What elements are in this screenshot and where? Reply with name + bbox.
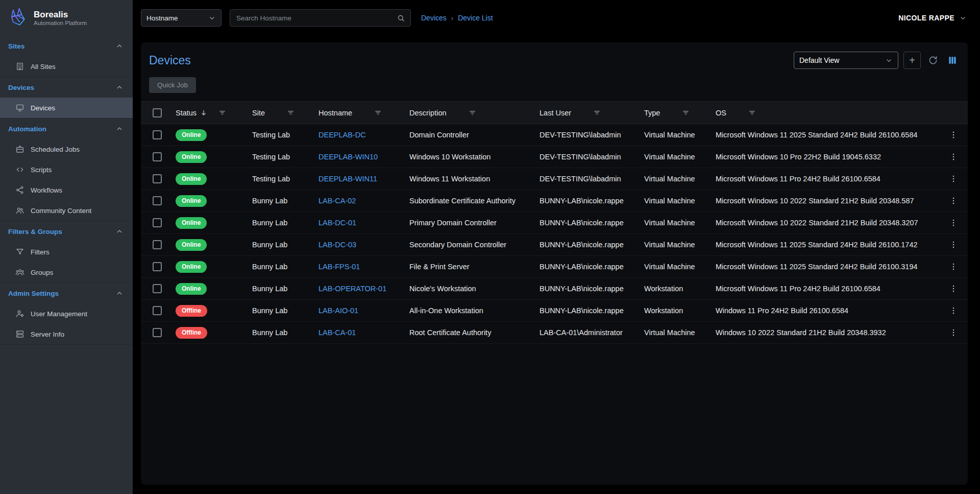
os-cell: Microsoft Windows 10 Pro 22H2 Build 1904… bbox=[714, 153, 939, 161]
filter-icon[interactable] bbox=[593, 108, 601, 117]
sort-desc-icon[interactable] bbox=[200, 109, 208, 117]
sidebar-item-filters[interactable]: Filters bbox=[0, 242, 133, 262]
status-badge: Online bbox=[176, 173, 207, 185]
column-header-last-user[interactable]: Last User bbox=[537, 108, 642, 117]
table-row[interactable]: Online Bunny Lab LAB-DC-01 Primary Domai… bbox=[141, 212, 968, 234]
kebab-icon bbox=[949, 130, 958, 139]
table-row[interactable]: Offline Bunny Lab LAB-CA-01 Root Certifi… bbox=[141, 322, 968, 344]
column-header-site[interactable]: Site bbox=[250, 108, 316, 117]
row-checkbox[interactable] bbox=[153, 240, 162, 249]
breadcrumb-device-list[interactable]: Device List bbox=[458, 14, 493, 22]
row-checkbox[interactable] bbox=[153, 130, 162, 139]
column-header-os[interactable]: OS bbox=[714, 108, 939, 117]
table-row[interactable]: Online Testing Lab DEEPLAB-DC Domain Con… bbox=[141, 124, 968, 146]
filter-icon[interactable] bbox=[286, 108, 295, 117]
hostname-link[interactable]: LAB-DC-03 bbox=[318, 241, 356, 249]
table-row[interactable]: Online Bunny Lab LAB-OPERATOR-01 Nicole'… bbox=[141, 278, 968, 300]
columns-button[interactable] bbox=[945, 53, 960, 67]
search-field-select[interactable]: Hostname bbox=[141, 9, 222, 27]
sidebar-section-automation[interactable]: Automation bbox=[0, 119, 133, 139]
sidebar-section-admin-settings[interactable]: Admin Settings bbox=[0, 283, 133, 303]
refresh-button[interactable] bbox=[926, 53, 940, 67]
hostname-link[interactable]: LAB-OPERATOR-01 bbox=[318, 285, 386, 293]
chevron-up-icon bbox=[115, 125, 124, 133]
search-icon[interactable] bbox=[397, 14, 405, 22]
sidebar-item-scheduled-jobs[interactable]: Scheduled Jobs bbox=[0, 139, 133, 159]
table-row[interactable]: Online Bunny Lab LAB-FPS-01 File & Print… bbox=[141, 256, 968, 278]
row-menu-button[interactable] bbox=[947, 238, 960, 251]
user-menu[interactable]: NICOLE RAPPE bbox=[898, 14, 967, 22]
sidebar-item-label: Groups bbox=[31, 269, 53, 276]
columns-icon bbox=[947, 55, 958, 65]
table-row[interactable]: Online Testing Lab DEEPLAB-WIN11 Windows… bbox=[141, 168, 968, 190]
row-menu-button[interactable] bbox=[947, 128, 960, 142]
row-menu-button[interactable] bbox=[947, 282, 960, 295]
sidebar-item-scripts[interactable]: Scripts bbox=[0, 159, 133, 180]
section-items: Scheduled Jobs Scripts Workflows Communi… bbox=[0, 139, 133, 221]
filter-icon[interactable] bbox=[218, 108, 227, 117]
hostname-link[interactable]: DEEPLAB-WIN10 bbox=[318, 153, 378, 161]
select-all-checkbox[interactable] bbox=[153, 108, 162, 117]
column-header-type[interactable]: Type bbox=[642, 108, 714, 117]
table-row[interactable]: Online Bunny Lab LAB-DC-03 Secondary Dom… bbox=[141, 234, 968, 256]
breadcrumb-devices[interactable]: Devices bbox=[421, 14, 447, 22]
row-menu-button[interactable] bbox=[947, 326, 960, 339]
brand[interactable]: Borealis Automation Platform bbox=[0, 0, 133, 36]
sidebar-item-all-sites[interactable]: All Sites bbox=[0, 56, 133, 77]
table-row[interactable]: Offline Bunny Lab LAB-AIO-01 All-in-One … bbox=[141, 300, 968, 322]
row-menu-button[interactable] bbox=[947, 194, 960, 207]
row-menu-button[interactable] bbox=[947, 304, 960, 317]
row-menu-button[interactable] bbox=[947, 260, 960, 273]
row-menu-button[interactable] bbox=[947, 150, 960, 163]
column-header-hostname[interactable]: Hostname bbox=[316, 108, 407, 117]
sidebar-item-user-management[interactable]: User Management bbox=[0, 303, 133, 324]
sidebar-item-label: Community Content bbox=[31, 207, 91, 215]
column-header-description[interactable]: Description bbox=[407, 108, 537, 117]
sidebar-section-sites[interactable]: Sites bbox=[0, 36, 133, 56]
row-menu-button[interactable] bbox=[947, 172, 960, 185]
hostname-link[interactable]: DEEPLAB-DC bbox=[318, 131, 366, 139]
quick-job-button[interactable]: Quick Job bbox=[149, 77, 196, 93]
section-label: Filters & Groups bbox=[8, 228, 62, 236]
row-checkbox[interactable] bbox=[153, 174, 162, 183]
sidebar-section-devices[interactable]: Devices bbox=[0, 77, 133, 98]
table-row[interactable]: Online Testing Lab DEEPLAB-WIN10 Windows… bbox=[141, 146, 968, 168]
hostname-link[interactable]: LAB-FPS-01 bbox=[318, 263, 360, 271]
sidebar-item-workflows[interactable]: Workflows bbox=[0, 180, 133, 200]
row-checkbox[interactable] bbox=[153, 152, 162, 161]
view-select[interactable]: Default View bbox=[794, 52, 898, 69]
hostname-link[interactable]: DEEPLAB-WIN11 bbox=[318, 175, 377, 183]
filter-icon[interactable] bbox=[374, 108, 382, 117]
column-header-status[interactable]: Status bbox=[174, 108, 250, 117]
row-checkbox[interactable] bbox=[153, 262, 162, 271]
filter-icon[interactable] bbox=[681, 108, 690, 117]
type-cell: Virtual Machine bbox=[642, 328, 714, 337]
hostname-link[interactable]: LAB-AIO-01 bbox=[318, 307, 358, 315]
filter-icon[interactable] bbox=[748, 108, 756, 117]
hostname-link[interactable]: LAB-CA-01 bbox=[318, 328, 356, 337]
sidebar-item-server-info[interactable]: Server Info bbox=[0, 324, 133, 344]
sidebar-item-devices[interactable]: Devices bbox=[0, 98, 133, 118]
sidebar-section-filters-groups[interactable]: Filters & Groups bbox=[0, 221, 133, 242]
filter-icon bbox=[15, 247, 24, 256]
hostname-link[interactable]: LAB-CA-02 bbox=[318, 197, 356, 205]
row-checkbox[interactable] bbox=[153, 306, 162, 315]
filter-icon[interactable] bbox=[468, 108, 477, 117]
table-row[interactable]: Online Bunny Lab LAB-CA-02 Subordinate C… bbox=[141, 190, 968, 212]
add-view-button[interactable]: + bbox=[903, 52, 921, 69]
sidebar-item-label: Workflows bbox=[31, 186, 62, 194]
search-input[interactable] bbox=[235, 14, 397, 22]
status-badge: Offline bbox=[176, 327, 207, 339]
row-checkbox[interactable] bbox=[153, 196, 162, 205]
type-cell: Virtual Machine bbox=[642, 153, 714, 161]
type-cell: Workstation bbox=[642, 307, 714, 315]
description-cell: All-in-One Workstation bbox=[407, 307, 537, 315]
hostname-link[interactable]: LAB-DC-01 bbox=[318, 219, 356, 227]
row-checkbox[interactable] bbox=[153, 218, 162, 227]
row-menu-button[interactable] bbox=[947, 216, 960, 229]
last-user-cell: BUNNY-LAB\nicole.rappe bbox=[537, 241, 642, 249]
sidebar-item-community-content[interactable]: Community Content bbox=[0, 200, 133, 221]
row-checkbox[interactable] bbox=[153, 328, 162, 337]
row-checkbox[interactable] bbox=[153, 284, 162, 293]
sidebar-item-groups[interactable]: Groups bbox=[0, 262, 133, 283]
